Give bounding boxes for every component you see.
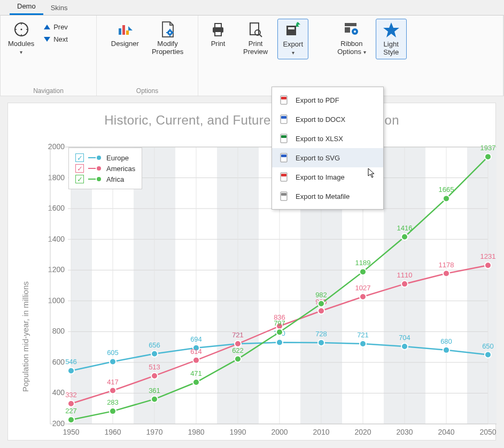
svg-text:1110: 1110 [397,271,413,279]
svg-file-icon [280,153,289,163]
svg-text:546: 546 [65,358,77,366]
preview-icon [247,21,264,38]
dd-label: Export to DOCX [296,115,345,123]
designer-button[interactable]: Designer [108,19,142,50]
modules-button[interactable]: Modules▾ [5,19,37,58]
modify-properties-button[interactable]: Modify Properties [149,19,187,58]
docx-file-icon [280,114,289,124]
svg-text:650: 650 [482,342,494,350]
svg-text:283: 283 [107,398,119,406]
metafile-icon [280,191,289,201]
svg-point-99 [151,373,158,379]
svg-text:1400: 1400 [48,235,65,243]
dd-label: Export to PDF [296,96,339,104]
svg-point-97 [110,388,116,394]
svg-point-101 [193,357,199,364]
export-dropdown: Export to PDF Export to DOCX Export to X… [272,87,384,210]
svg-text:1189: 1189 [355,259,371,267]
svg-rect-13 [215,32,221,36]
svg-rect-29 [467,147,497,424]
print-preview-button[interactable]: Print Preview [240,19,271,58]
svg-point-75 [110,358,116,365]
export-docx-item[interactable]: Export to DOCX [272,110,383,129]
svg-text:622: 622 [232,346,244,354]
export-pdf-item[interactable]: Export to PDF [272,90,383,110]
export-svg-item[interactable]: Export to SVG [272,148,383,167]
svg-text:2000: 2000 [271,428,288,436]
svg-point-137 [485,153,491,160]
ribbon-options-button[interactable]: Ribbon Options ▾ [334,19,369,58]
svg-text:471: 471 [190,369,202,377]
svg-point-123 [193,379,199,385]
checkbox-icon: ✓ [75,175,84,183]
legend-item-americas[interactable]: ✓ Americas [75,163,135,174]
next-button[interactable]: Next [44,35,68,43]
svg-text:1416: 1416 [397,224,413,232]
svg-rect-18 [288,27,294,29]
svg-rect-21 [345,27,350,33]
xlsx-file-icon [280,134,289,143]
tab-skins[interactable]: Skins [43,2,75,15]
svg-text:1960: 1960 [104,428,121,436]
svg-text:1970: 1970 [146,428,162,436]
svg-rect-141 [281,97,286,99]
svg-point-77 [151,351,158,357]
dd-label: Export to XLSX [296,135,343,143]
svg-text:600: 600 [52,358,65,366]
triangle-down-icon [44,37,50,42]
svg-text:614: 614 [190,347,202,356]
svg-point-107 [318,307,324,314]
export-label: Export [283,40,303,48]
svg-rect-20 [345,23,356,26]
svg-point-127 [276,329,283,335]
modify-properties-label: Modify Properties [152,40,183,56]
ribbon-options-label: Ribbon Options [337,40,362,56]
group-label-navigation: Navigation [5,85,92,95]
svg-text:704: 704 [399,334,410,342]
svg-text:200: 200 [52,419,65,428]
export-xlsx-item[interactable]: Export to XLSX [272,129,383,148]
print-button[interactable]: Print [203,19,234,50]
export-icon [284,21,301,38]
svg-text:513: 513 [149,363,160,371]
light-style-button[interactable]: Light Style [376,19,407,59]
export-image-item[interactable]: Export to Image [272,167,383,187]
legend-item-europe[interactable]: ✓ Europe [75,152,135,163]
chevron-down-icon: ▾ [363,49,366,55]
svg-point-85 [318,339,324,346]
svg-rect-9 [166,32,168,33]
prev-button[interactable]: Prev [44,23,68,31]
svg-text:332: 332 [65,391,77,399]
ribbon: Modules▾ Prev Next Navigation [0,15,504,96]
svg-text:1800: 1800 [48,173,65,182]
svg-text:1178: 1178 [439,261,454,269]
top-tabs: Demo Skins [0,0,504,15]
svg-point-125 [235,356,241,362]
svg-point-119 [110,408,116,414]
svg-text:2030: 2030 [396,428,413,436]
legend-item-africa[interactable]: ✓ Africa [75,174,135,184]
export-button[interactable]: Export▾ [277,19,308,59]
printer-icon [210,21,227,38]
svg-point-121 [151,396,158,403]
svg-rect-14 [250,23,259,35]
tab-demo[interactable]: Demo [10,0,43,15]
svg-text:1937: 1937 [480,144,496,152]
svg-text:2000: 2000 [48,142,65,151]
svg-point-109 [360,293,366,300]
svg-rect-10 [172,32,174,33]
dd-label: Export to Image [296,173,345,181]
svg-text:1950: 1950 [63,428,79,436]
svg-point-73 [68,367,74,374]
layout-gear-icon [343,21,360,38]
dd-label: Export to Metafile [296,192,350,200]
svg-rect-143 [281,116,286,119]
svg-text:1200: 1200 [48,265,65,274]
svg-text:1990: 1990 [229,428,246,436]
svg-text:1231: 1231 [480,252,496,260]
svg-rect-17 [286,26,296,35]
next-label: Next [53,35,68,43]
export-metafile-item[interactable]: Export to Metafile [272,187,383,206]
svg-text:1600: 1600 [48,204,65,212]
dd-label: Export to SVG [296,154,340,162]
